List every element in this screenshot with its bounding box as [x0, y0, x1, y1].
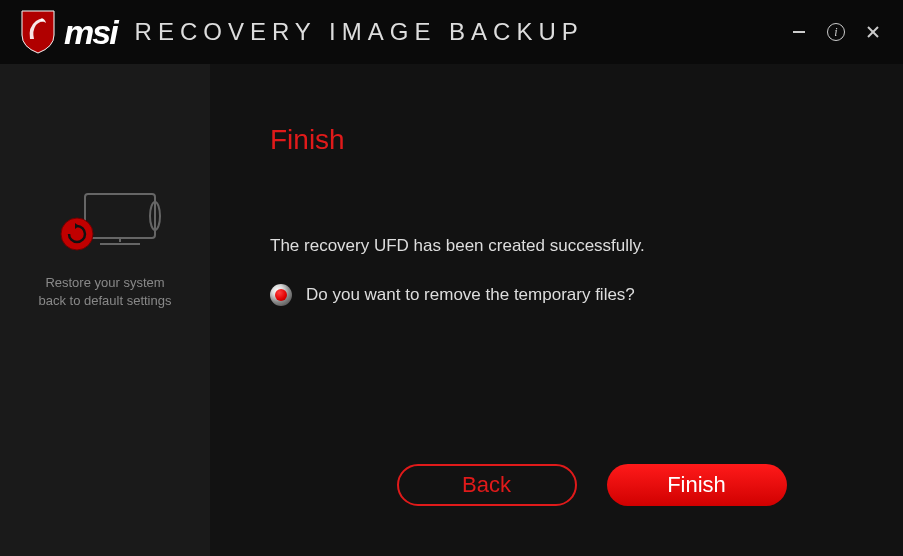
content-area: Restore your system back to default sett… — [0, 64, 903, 556]
main-panel: Finish The recovery UFD has been created… — [210, 64, 903, 556]
finish-button[interactable]: Finish — [607, 464, 787, 506]
close-button[interactable] — [863, 22, 883, 42]
status-text: The recovery UFD has been created succes… — [270, 236, 853, 256]
titlebar: msi RECOVERY IMAGE BACKUP i — [0, 0, 903, 64]
radio-label: Do you want to remove the temporary file… — [306, 285, 635, 305]
sidebar: Restore your system back to default sett… — [0, 64, 210, 556]
minimize-button[interactable] — [789, 22, 809, 42]
brand-text: msi — [64, 13, 117, 52]
msi-logo-shield-icon — [20, 9, 56, 55]
page-title: Finish — [270, 124, 853, 156]
sidebar-caption-line2: back to default settings — [39, 292, 172, 310]
radio-button-icon[interactable] — [270, 284, 292, 306]
info-button[interactable]: i — [827, 23, 845, 41]
back-button[interactable]: Back — [397, 464, 577, 506]
remove-temp-files-option[interactable]: Do you want to remove the temporary file… — [270, 284, 853, 306]
app-title: RECOVERY IMAGE BACKUP — [135, 18, 584, 46]
svg-rect-4 — [85, 194, 155, 238]
button-row: Back Finish — [270, 464, 853, 526]
restore-illustration-icon — [45, 190, 165, 260]
sidebar-caption-line1: Restore your system — [39, 274, 172, 292]
svg-point-0 — [41, 19, 44, 22]
sidebar-caption: Restore your system back to default sett… — [39, 274, 172, 310]
window-controls: i — [789, 22, 883, 42]
